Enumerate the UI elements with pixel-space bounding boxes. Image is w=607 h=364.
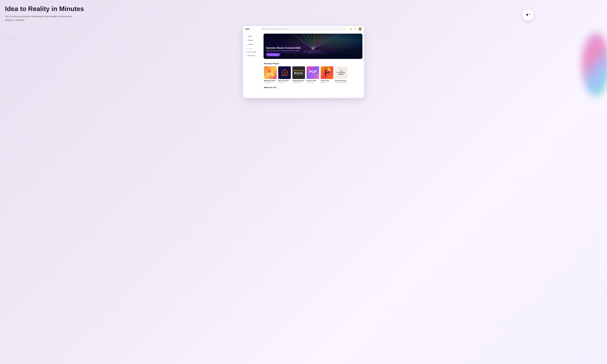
search-icon: 🔍	[262, 28, 264, 30]
heart-icon: ♡	[245, 55, 246, 56]
card-subtitle-electric: Neon Pulse	[278, 82, 291, 83]
svg-point-24	[329, 53, 334, 56]
sidebar: ⌂ Home ⚲ Search ◎ Library PLAYLISTS + Cr…	[243, 32, 262, 98]
svg-text:PLACEME: PLACEME	[339, 68, 344, 69]
avatar[interactable]	[358, 27, 362, 31]
recently-played-title: Recently Played	[264, 63, 362, 65]
hero-section: Idea to Reality in Minutes Our AI turns …	[5, 5, 602, 22]
banner-subtitle: Experience the best live performances fr…	[266, 50, 301, 52]
svg-line-12	[313, 34, 335, 49]
svg-point-41	[281, 72, 282, 73]
plus-icon: +	[245, 51, 246, 53]
svg-text:✦: ✦	[317, 74, 318, 75]
card-subtitle-jazz: Blue Note	[321, 82, 333, 83]
sidebar-label-library: Library	[248, 43, 253, 45]
svg-point-27	[353, 53, 358, 56]
made-for-you-title: Made For You	[264, 86, 362, 89]
search-icon-sidebar: ⚲	[246, 39, 247, 41]
svg-text:★: ★	[309, 51, 311, 54]
svg-point-16	[312, 48, 314, 50]
svg-rect-18	[302, 52, 325, 53]
card-image-classical: PLACEME The CLASSICAL MUSIC SYMPHONY OF …	[335, 66, 347, 79]
decorative-blob	[582, 33, 607, 96]
svg-point-63	[325, 69, 327, 71]
svg-text:MUSIC: MUSIC	[310, 74, 315, 75]
card-image-midnight	[264, 66, 277, 79]
card-image-pop: ✦ POP MUSIC	[306, 66, 319, 79]
banner-content: Summer Music Festival 2025 Experience th…	[266, 47, 301, 56]
create-playlist-action[interactable]: + Create Playlist	[243, 50, 262, 54]
hero-title: Idea to Reality in Minutes	[5, 5, 93, 13]
svg-point-56	[317, 76, 318, 76]
svg-point-26	[345, 53, 350, 56]
notifications-icon[interactable]: 🔔	[349, 27, 352, 31]
svg-line-13	[313, 34, 339, 49]
svg-text:SYMPHONY OF PERFECTION: SYMPHONY OF PERFECTION	[336, 76, 347, 77]
library-icon: ◎	[246, 44, 247, 45]
card-classical-dreams[interactable]: PLACEME The CLASSICAL MUSIC SYMPHONY OF …	[335, 66, 347, 83]
liked-songs-action[interactable]: ♡ Liked Songs	[243, 54, 262, 57]
settings-icon[interactable]: ⚙	[354, 27, 357, 31]
get-tickets-label: Get Tickets	[271, 54, 278, 55]
recently-played-cards: Midnight Dreams Luna Eclipse	[264, 66, 362, 83]
card-title-electric: Electric Dreams	[278, 80, 291, 81]
home-icon: ⌂	[246, 36, 247, 37]
svg-rect-65	[325, 74, 326, 77]
card-vintage-memories[interactable]: INDIE ROCK ROCK Vintage Memories The Ret…	[292, 66, 305, 83]
card-image-indie: INDIE ROCK ROCK	[292, 66, 305, 79]
content-area: ★ Summer Music Festival 2025 Experience …	[262, 32, 364, 98]
top-bar-actions: 🔔 ⚙	[349, 27, 362, 31]
svg-point-1	[359, 28, 361, 29]
svg-text:ROCK: ROCK	[294, 72, 303, 75]
banner-title: Summer Music Festival 2025	[266, 47, 301, 49]
ai-badge: ✦✦	[522, 9, 534, 21]
create-playlist-label: Create Playlist	[247, 51, 256, 53]
card-summer-vibes[interactable]: ✦ POP MUSIC Summer Vibes Crystal Clear	[306, 66, 319, 83]
card-title-midnight: Midnight Dreams	[264, 80, 277, 81]
sidebar-item-library[interactable]: ◎ Library	[244, 42, 261, 46]
playlists-label: PLAYLISTS	[243, 47, 262, 50]
main-layout: ⌂ Home ⚲ Search ◎ Library PLAYLISTS + Cr…	[243, 32, 364, 98]
decorative-dots-left	[4, 35, 14, 43]
svg-point-32	[271, 73, 274, 76]
svg-point-40	[284, 69, 285, 70]
svg-point-46	[288, 76, 289, 77]
svg-point-43	[280, 68, 280, 68]
ticket-icon: 🎫	[268, 54, 270, 55]
liked-songs-label: Liked Songs	[247, 55, 255, 56]
svg-text:The: The	[340, 70, 342, 71]
svg-text:────────────: ────────────	[338, 77, 344, 78]
svg-point-44	[289, 69, 289, 69]
card-subtitle-classical: Symphony Orchestra	[335, 82, 347, 83]
svg-text:3: 3	[284, 71, 285, 74]
card-subtitle-pop: Crystal Clear	[306, 82, 319, 83]
sidebar-label-search: Search	[248, 39, 253, 41]
svg-text:POP: POP	[309, 70, 317, 74]
svg-text:INDIE ROCK: INDIE ROCK	[293, 70, 304, 72]
logo: logo	[245, 28, 259, 30]
card-image-electric: 3	[278, 66, 291, 79]
card-midnight-dreams[interactable]: Midnight Dreams Luna Eclipse	[264, 66, 277, 83]
svg-text:CLASSICAL: CLASSICAL	[337, 72, 346, 73]
card-electric-dreams[interactable]: 3	[278, 66, 291, 83]
card-title-indie: Vintage Memories	[292, 80, 305, 81]
get-tickets-button[interactable]: 🎫 Get Tickets	[266, 53, 280, 56]
svg-point-25	[336, 53, 342, 56]
svg-line-14	[313, 34, 343, 49]
search-bar[interactable]: 🔍 Search for songs, artists, or albums	[261, 27, 347, 31]
made-for-you-section: Made For You	[262, 84, 364, 91]
hero-banner: ★ Summer Music Festival 2025 Experience …	[264, 34, 362, 59]
svg-point-42	[287, 72, 288, 73]
card-smooth-jazz[interactable]: Smooth Jazz Blue Note	[321, 66, 333, 83]
card-title-pop: Summer Vibes	[306, 80, 319, 81]
svg-point-62	[329, 67, 331, 70]
svg-rect-17	[304, 51, 322, 52]
sidebar-item-home[interactable]: ⌂ Home	[244, 34, 261, 38]
sparkle-icon: ✦✦	[525, 12, 531, 18]
sidebar-item-search[interactable]: ⚲ Search	[244, 39, 261, 42]
decorative-dots-right	[577, 43, 584, 49]
svg-rect-51	[294, 75, 303, 75]
app-window: logo 🔍 Search for songs, artists, or alb…	[243, 26, 364, 98]
search-placeholder-text: Search for songs, artists, or albums	[265, 28, 287, 30]
hero-subtitle: Our AI turns your product requirements i…	[5, 15, 79, 22]
